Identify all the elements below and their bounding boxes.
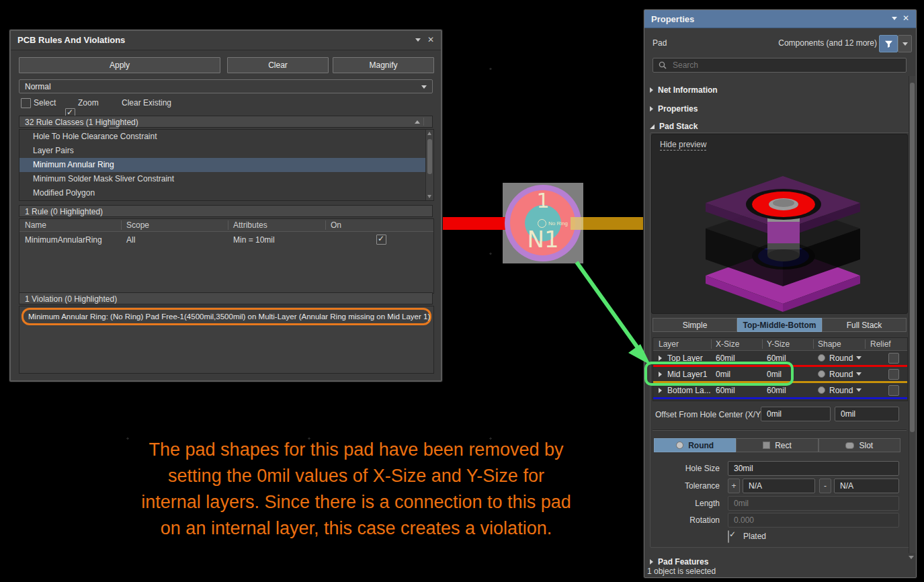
rules-panel-menu-icon[interactable]: [415, 38, 421, 42]
hole-shape-rect-button[interactable]: Rect: [736, 438, 818, 452]
rule-class-item[interactable]: Modified Polygon: [19, 186, 433, 200]
rule-on-checkbox[interactable]: [376, 235, 386, 245]
clear-existing-checkbox-label: Clear Existing: [122, 98, 171, 108]
column-header-scope[interactable]: Scope: [126, 220, 149, 230]
column-header-layer[interactable]: Layer: [659, 339, 679, 349]
shape-round-icon: [818, 354, 825, 362]
section-pad-stack[interactable]: Pad Stack: [650, 122, 698, 131]
rule-classes-scrollbar[interactable]: [425, 130, 433, 200]
rule-class-item[interactable]: Layer Pairs: [19, 144, 433, 158]
offset-y-input[interactable]: 0mil: [835, 407, 899, 421]
properties-titlebar[interactable]: Properties ✕: [644, 10, 916, 28]
tolerance-plus-input[interactable]: N/A: [743, 479, 815, 493]
altium-workspace: { "colors": { "accent_blue": "#5878a0", …: [0, 0, 924, 582]
shape-select[interactable]: Round: [829, 354, 853, 363]
pad-net-label: N1: [503, 226, 583, 253]
rules-panel-title: PCB Rules And Violations: [17, 35, 125, 45]
shape-dropdown-icon[interactable]: [856, 356, 862, 360]
rotation-label: Rotation: [644, 515, 720, 525]
offset-x-input[interactable]: 0mil: [761, 407, 831, 421]
section-pad-features[interactable]: Pad Features: [650, 557, 708, 567]
violation-item[interactable]: Minimum Annular Ring: (No Ring) Pad Free…: [22, 308, 431, 325]
column-header-ysize[interactable]: Y-Size: [767, 339, 790, 349]
apply-button[interactable]: Apply: [19, 57, 220, 73]
trace-gold-mid-layer[interactable]: [583, 217, 644, 230]
trace-red-top-layer[interactable]: [437, 217, 512, 230]
search-input[interactable]: [671, 60, 889, 71]
rule-class-item[interactable]: Hole To Hole Clearance Constraint: [19, 130, 433, 144]
annotation-line: internal layers. Since there is a connec…: [67, 489, 645, 515]
rule-table-row[interactable]: MinimumAnnularRing All Min = 10mil: [19, 232, 433, 248]
slot-icon: [845, 442, 854, 449]
annotation-text: The pad shapes for this pad have been re…: [67, 437, 645, 542]
length-input: 0mil: [728, 496, 899, 511]
rule-table-header-row: Name Scope Attributes On: [19, 219, 433, 232]
violations-list: Minimum Annular Ring: (No Ring) Pad Free…: [19, 306, 434, 374]
pad-stack-3d-preview: [652, 134, 907, 313]
properties-menu-icon[interactable]: [892, 17, 897, 20]
shape-select[interactable]: Round: [829, 370, 853, 379]
shape-select[interactable]: Round: [829, 386, 853, 395]
properties-close-icon[interactable]: ✕: [902, 15, 909, 22]
rules-panel-titlebar[interactable]: PCB Rules And Violations ✕: [11, 31, 441, 50]
search-box[interactable]: [653, 58, 907, 73]
pcb-rules-violations-panel: PCB Rules And Violations ✕ Apply Clear M…: [9, 30, 442, 382]
annotation-line: setting the 0mil values of X-Size and Y-…: [67, 463, 645, 489]
rule-results-table: Name Scope Attributes On MinimumAnnularR…: [19, 218, 434, 294]
hole-shape-round-button[interactable]: Round: [654, 438, 736, 452]
rule-attributes-cell: Min = 10mil: [233, 235, 275, 245]
tab-simple[interactable]: Simple: [653, 318, 737, 332]
expand-row-icon[interactable]: [659, 388, 662, 393]
relief-checkbox[interactable]: [888, 353, 899, 364]
column-header-name[interactable]: Name: [25, 220, 46, 230]
shape-round-icon: [818, 370, 825, 378]
plated-checkbox[interactable]: [728, 530, 729, 543]
properties-panel: Properties ✕ Pad Components (and 12 more…: [644, 9, 917, 578]
tolerance-minus-input[interactable]: N/A: [834, 479, 899, 493]
filter-dropdown-button[interactable]: [898, 35, 912, 52]
column-header-relief[interactable]: Relief: [870, 339, 891, 349]
violations-header: 1 Violation (0 Highlighted): [19, 292, 433, 304]
column-header-xsize[interactable]: X-Size: [716, 339, 739, 349]
shape-dropdown-icon[interactable]: [856, 372, 862, 376]
scroll-up-icon[interactable]: [427, 132, 431, 135]
hole-size-input[interactable]: 30mil: [728, 461, 899, 476]
rule-name-cell: MinimumAnnularRing: [25, 235, 102, 245]
column-header-attributes[interactable]: Attributes: [233, 220, 267, 230]
sort-ascending-icon: [415, 120, 420, 124]
hole-shape-buttons: Round Rect Slot: [654, 438, 900, 452]
clear-button[interactable]: Clear: [227, 57, 329, 73]
annotation-line: The pad shapes for this pad have been re…: [67, 437, 645, 463]
shape-dropdown-icon[interactable]: [856, 388, 862, 392]
rule-classes-header[interactable]: 32 Rule Classes (1 Highlighted): [19, 116, 433, 128]
plated-label: Plated: [743, 532, 766, 541]
status-bar: 1 object is selected: [647, 567, 716, 576]
violation-text: Minimum Annular Ring: (No Ring) Pad Free…: [28, 313, 430, 321]
relief-checkbox[interactable]: [888, 385, 899, 396]
scroll-down-icon[interactable]: [909, 556, 914, 559]
expand-row-icon[interactable]: [659, 356, 662, 361]
relief-checkbox[interactable]: [888, 369, 899, 380]
section-net-information[interactable]: Net Information: [650, 85, 718, 95]
rules-panel-close-icon[interactable]: ✕: [427, 36, 434, 44]
filter-dropdown-arrow-icon: [902, 42, 908, 46]
magnify-button[interactable]: Magnify: [333, 57, 434, 73]
filter-button[interactable]: [879, 35, 898, 52]
scroll-down-icon[interactable]: [427, 195, 431, 198]
column-header-shape[interactable]: Shape: [818, 339, 841, 349]
rotation-input: 0.000: [728, 513, 899, 528]
select-checkbox[interactable]: [21, 98, 31, 108]
hole-shape-slot-button[interactable]: Slot: [818, 438, 900, 452]
rule-class-item[interactable]: Minimum Solder Mask Sliver Constraint: [19, 172, 433, 186]
hole-size-label: Hole Size: [644, 464, 720, 473]
column-header-on[interactable]: On: [331, 220, 341, 230]
pad-stack-preview: Hide preview: [651, 134, 908, 314]
rule-class-item-selected[interactable]: Minimum Annular Ring: [19, 158, 433, 172]
tolerance-plus-sign: +: [728, 479, 740, 493]
mode-dropdown[interactable]: Normal: [19, 79, 433, 93]
object-type-label: Pad: [653, 38, 667, 48]
tab-full-stack[interactable]: Full Stack: [822, 318, 907, 332]
tab-top-middle-bottom[interactable]: Top-Middle-Bottom: [737, 318, 822, 332]
properties-scrollbar[interactable]: [909, 76, 915, 553]
section-properties[interactable]: Properties: [650, 104, 698, 114]
